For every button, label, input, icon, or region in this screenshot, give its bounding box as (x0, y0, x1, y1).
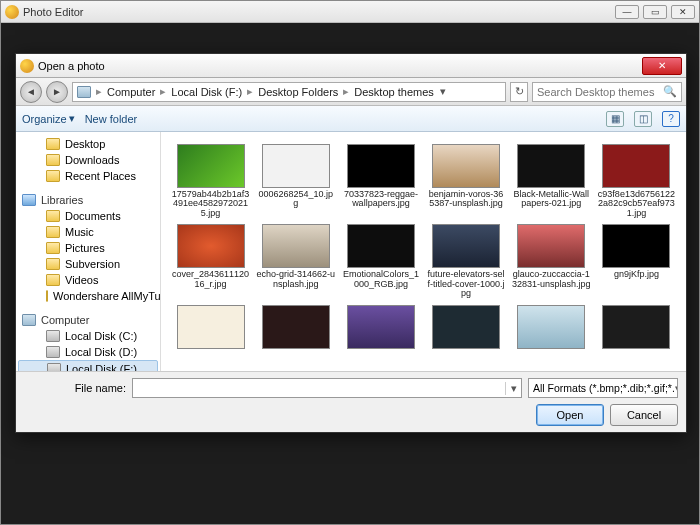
organize-menu[interactable]: Organize ▾ (22, 112, 75, 125)
new-folder-button[interactable]: New folder (85, 113, 138, 125)
breadcrumb-item[interactable]: Local Disk (F:) (171, 86, 242, 98)
view-options-button[interactable]: ▦ (606, 111, 624, 127)
sidebar-item[interactable]: Desktop (16, 136, 160, 152)
sidebar-item[interactable]: Pictures (16, 240, 160, 256)
dialog-logo-icon (20, 59, 34, 73)
file-thumbnail[interactable]: glauco-zuccaccia-132831-unsplash.jpg (512, 224, 591, 298)
sidebar-item-label: Desktop (65, 138, 105, 150)
sidebar-item-label: Local Disk (C:) (65, 330, 137, 342)
thumbnail-label: EmotionalColors_1000_RGB.jpg (341, 270, 420, 289)
toolbar: Organize ▾ New folder ▦ ◫ ? (16, 106, 686, 132)
sidebar-computer-header[interactable]: Computer (16, 312, 160, 328)
file-thumbnail[interactable] (426, 305, 505, 351)
file-thumbnail[interactable]: c93f8e13d67561222a82c9cb57eaf9731.jpg (597, 144, 676, 218)
folder-icon (46, 346, 60, 358)
sidebar-item[interactable]: Documents (16, 208, 160, 224)
thumbnail-image (347, 305, 415, 349)
preview-pane-button[interactable]: ◫ (634, 111, 652, 127)
sidebar-item[interactable]: Recent Places (16, 168, 160, 184)
sidebar-item-label: Wondershare AllMyTube (53, 290, 161, 302)
sidebar-libraries-header[interactable]: Libraries (16, 192, 160, 208)
sidebar-item-label: Music (65, 226, 94, 238)
thumbnail-label: future-elevators-self-titled-cover-1000.… (426, 270, 505, 298)
thumbnail-image (177, 224, 245, 268)
breadcrumb-item[interactable]: Computer (107, 86, 155, 98)
folder-icon (46, 210, 60, 222)
minimize-button[interactable]: — (615, 5, 639, 19)
thumbnail-label: c93f8e13d67561222a82c9cb57eaf9731.jpg (597, 190, 676, 218)
sidebar-item-label: Pictures (65, 242, 105, 254)
sidebar: DesktopDownloadsRecent PlacesLibrariesDo… (16, 132, 161, 371)
filename-dropdown[interactable]: ▾ (505, 382, 521, 395)
sidebar-item[interactable]: Local Disk (C:) (16, 328, 160, 344)
thumbnail-label: 70337823-reggae-wallpapers.jpg (341, 190, 420, 209)
filename-combo[interactable]: ▾ (132, 378, 522, 398)
thumbnail-image (347, 224, 415, 268)
breadcrumb-dropdown[interactable]: ▾ (436, 85, 450, 98)
sidebar-item[interactable]: Downloads (16, 152, 160, 168)
folder-icon (47, 363, 61, 371)
file-thumbnail[interactable]: 0006268254_10.jpg (256, 144, 335, 218)
file-thumbnail[interactable]: Black-Metallic-Wallpapers-021.jpg (512, 144, 591, 218)
search-input[interactable] (537, 86, 659, 98)
filename-label: File name: (24, 382, 126, 394)
thumbnail-image (517, 144, 585, 188)
thumbnail-label: glauco-zuccaccia-132831-unsplash.jpg (512, 270, 591, 289)
bottom-bar: File name: ▾ All Formats (*.bmp;*.dib;*.… (16, 371, 686, 432)
thumbnail-image (517, 224, 585, 268)
sidebar-item-label: Downloads (65, 154, 119, 166)
help-button[interactable]: ? (662, 111, 680, 127)
filetype-filter[interactable]: All Formats (*.bmp;*.dib;*.gif;*. ▾ (528, 378, 678, 398)
file-thumbnail[interactable]: future-elevators-self-titled-cover-1000.… (426, 224, 505, 298)
file-thumbnail[interactable]: echo-grid-314662-unsplash.jpg (256, 224, 335, 298)
file-thumbnail[interactable]: EmotionalColors_1000_RGB.jpg (341, 224, 420, 298)
sidebar-item[interactable]: Videos (16, 272, 160, 288)
thumbnail-label: echo-grid-314662-unsplash.jpg (256, 270, 335, 289)
thumbnail-image (262, 144, 330, 188)
folder-icon (46, 154, 60, 166)
refresh-button[interactable]: ↻ (510, 82, 528, 102)
search-box[interactable]: 🔍 (532, 82, 682, 102)
filename-input[interactable] (133, 382, 505, 394)
file-thumbnail[interactable] (512, 305, 591, 351)
chevron-down-icon: ▾ (675, 382, 678, 394)
nav-forward-button[interactable]: ► (46, 81, 68, 103)
file-thumbnail[interactable]: 70337823-reggae-wallpapers.jpg (341, 144, 420, 218)
open-button[interactable]: Open (536, 404, 604, 426)
thumbnail-image (262, 224, 330, 268)
nav-back-button[interactable]: ◄ (20, 81, 42, 103)
file-thumbnail[interactable] (256, 305, 335, 351)
thumbnail-image (602, 144, 670, 188)
file-thumbnail[interactable] (341, 305, 420, 351)
sidebar-item[interactable]: Wondershare AllMyTube (16, 288, 160, 304)
dialog-title: Open a photo (38, 60, 105, 72)
chevron-right-icon: ▸ (93, 85, 105, 98)
file-thumbnail[interactable]: cover_284361112016_r.jpg (171, 224, 250, 298)
chevron-down-icon: ▾ (69, 112, 75, 125)
sidebar-item[interactable]: Subversion (16, 256, 160, 272)
folder-icon (46, 226, 60, 238)
app-body: Photo Editor Open a photo ✕ ◄ ► ▸ Comput… (1, 23, 699, 524)
thumbnail-label: cover_284361112016_r.jpg (171, 270, 250, 289)
breadcrumb-item[interactable]: Desktop Folders (258, 86, 338, 98)
close-button[interactable]: ✕ (671, 5, 695, 19)
breadcrumb-item[interactable]: Desktop themes (354, 86, 433, 98)
file-thumbnail[interactable] (597, 305, 676, 351)
file-thumbnail[interactable]: 17579ab44b2b1af3491ee45829720215.jpg (171, 144, 250, 218)
breadcrumb-root-icon (77, 86, 91, 98)
file-thumbnail[interactable]: gn9jKfp.jpg (597, 224, 676, 298)
file-thumbnail[interactable] (171, 305, 250, 351)
content-area: DesktopDownloadsRecent PlacesLibrariesDo… (16, 132, 686, 371)
sidebar-item[interactable]: Local Disk (D:) (16, 344, 160, 360)
thumbnail-image (177, 305, 245, 349)
app-title: Photo Editor (23, 6, 84, 18)
chevron-right-icon: ▸ (340, 85, 352, 98)
breadcrumb[interactable]: ▸ Computer ▸ Local Disk (F:) ▸ Desktop F… (72, 82, 506, 102)
file-thumbnail[interactable]: benjamin-voros-365387-unsplash.jpg (426, 144, 505, 218)
cancel-button[interactable]: Cancel (610, 404, 678, 426)
dialog-titlebar: Open a photo ✕ (16, 54, 686, 78)
sidebar-item[interactable]: Music (16, 224, 160, 240)
dialog-close-button[interactable]: ✕ (642, 57, 682, 75)
sidebar-item[interactable]: Local Disk (F:) (18, 360, 158, 371)
maximize-button[interactable]: ▭ (643, 5, 667, 19)
